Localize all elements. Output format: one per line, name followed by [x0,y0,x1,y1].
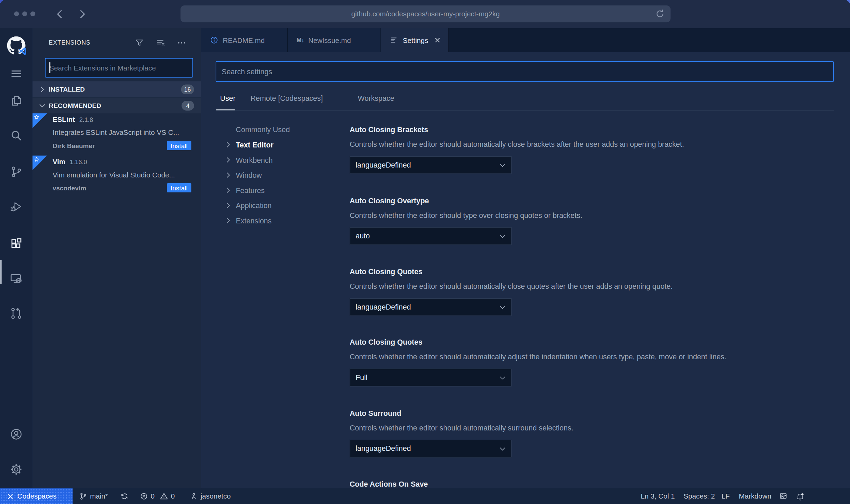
section-recommended[interactable]: RECOMMENDED 4 [33,98,201,113]
filter-button[interactable] [135,38,144,48]
language-mode[interactable]: Markdown [739,488,771,504]
gear-icon [10,463,23,476]
browser-chrome: github.com/codespaces/user-my-project-mg… [0,0,850,28]
toc-item-text-editor[interactable]: Text Editor [224,139,273,151]
setting-select[interactable]: languageDefined [350,298,512,316]
notifications-button[interactable] [796,488,804,504]
star-icon [34,157,40,163]
section-installed[interactable]: INSTALLED 16 [33,81,201,97]
editor-area: README.md M↓ NewIssue.md Settings User R… [201,28,850,488]
chevron-left-icon [54,8,66,20]
browser-forward-button[interactable] [76,8,88,20]
eol-status[interactable]: LF [722,488,730,504]
extensions-button[interactable] [10,237,23,250]
account-button[interactable] [10,428,23,441]
setting-select[interactable]: languageDefined [350,156,512,174]
setting-description: Controls whether the editor should autom… [350,282,838,290]
run-debug-button[interactable] [10,200,23,213]
tab-label: Settings [403,36,428,44]
errors-count: 0 [151,492,155,500]
warnings-icon [160,492,168,500]
setting-select[interactable]: Full [350,368,512,387]
setting-select[interactable]: languageDefined [350,440,512,458]
browser-back-button[interactable] [54,8,66,20]
settings-gear-button[interactable] [10,463,23,476]
remote-explorer-button[interactable] [10,272,23,285]
problems-status[interactable]: 0 0 [140,488,175,504]
toc-item-window[interactable]: Window [224,169,262,181]
window-minimize-dot[interactable] [22,11,27,16]
refresh-icon [655,9,665,19]
install-button[interactable]: Install [167,183,191,192]
toc-item-workbench[interactable]: Workbench [224,154,272,166]
tab-settings[interactable]: Settings [381,28,449,52]
setting-description: Controls whether the editor should autom… [350,140,838,148]
extension-description: Vim emulation for Visual Studio Code... [52,171,192,179]
filter-funnel-icon [135,38,144,48]
source-control-branch-icon [10,165,23,178]
scope-tab-remote[interactable]: Remote [Codespaces] [250,94,323,103]
setting-description: Controls whether the editor should autom… [350,353,838,361]
window-zoom-dot[interactable] [30,11,35,16]
extension-item-vim[interactable]: Vim 1.16.0 Vim emulation for Visual Stud… [33,156,201,198]
menu-button[interactable] [10,67,23,80]
bell-icon [796,492,804,500]
toc-item-commonly-used[interactable]: Commonly Used [224,124,290,136]
source-control-button[interactable] [10,165,23,178]
person-icon [190,492,198,500]
text-caret [49,62,50,73]
codespaces-remote-button[interactable]: Codespaces [0,488,73,504]
extension-item-eslint[interactable]: ESLint 2.1.8 Integrates ESLint JavaScrip… [33,113,201,156]
setting-title: Auto Closing Quotes [350,338,827,346]
sync-status[interactable] [120,488,128,504]
clear-extensions-button[interactable] [156,38,166,48]
indentation-status[interactable]: Spaces: 2 [683,488,715,504]
toc-label: Extensions [236,217,271,225]
pull-requests-button[interactable] [10,307,23,320]
search-button[interactable] [10,129,23,142]
chevron-right-icon [224,201,232,210]
extension-description: Integrates ESLint JavaScript into VS C..… [52,128,192,137]
more-actions-button[interactable] [177,38,187,48]
select-value: languageDefined [356,444,411,453]
close-icon[interactable] [434,36,441,44]
activity-bar [0,28,33,488]
feedback-icon [779,492,787,500]
chevron-down-icon [498,161,507,169]
select-value: auto [356,232,370,240]
extensions-search-input[interactable] [45,58,193,77]
extension-version: 2.1.8 [79,116,93,123]
toc-item-application[interactable]: Application [224,200,271,211]
select-value: languageDefined [356,161,411,169]
toc-label: Features [236,186,265,194]
tab-readme[interactable]: README.md [201,28,288,52]
scope-tab-user[interactable]: User [220,94,235,103]
scope-tab-workspace[interactable]: Workspace [358,94,394,103]
extension-version: 1.16.0 [70,159,87,165]
url-bar[interactable]: github.com/codespaces/user-my-project-mg… [180,5,671,22]
branch-status[interactable]: main* [79,488,108,504]
setting-description: Controls whether the editor should autom… [350,424,838,432]
window-close-dot[interactable] [14,11,19,16]
codespaces-label: Codespaces [17,492,57,500]
toc-item-extensions[interactable]: Extensions [224,215,271,226]
chevron-down-icon [498,303,507,311]
chevron-down-icon [498,444,507,453]
toc-item-features[interactable]: Features [224,184,265,196]
setting-title: Auto Closing Overtype [350,197,827,205]
extension-author: vscodevim [52,184,86,191]
chevron-right-icon [76,8,88,20]
active-view-indicator [0,260,2,284]
warnings-count: 0 [171,492,175,500]
refresh-button[interactable] [655,9,665,19]
install-button[interactable]: Install [167,141,191,150]
feedback-button[interactable] [779,488,787,504]
setting-select[interactable]: auto [350,227,512,245]
tab-newissue[interactable]: M↓ NewIssue.md [288,28,381,52]
explorer-button[interactable] [10,94,23,107]
remote-explorer-icon [10,272,23,285]
cursor-position[interactable]: Ln 3, Col 1 [641,488,675,504]
search-icon [10,129,23,142]
user-status[interactable]: jasonetco [190,488,231,504]
settings-search-input[interactable] [216,61,834,82]
